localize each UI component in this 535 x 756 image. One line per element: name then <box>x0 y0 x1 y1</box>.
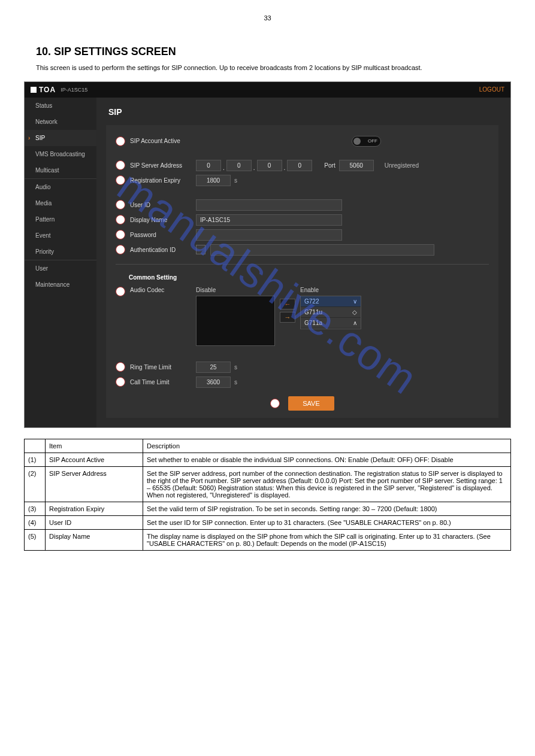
screenshot: TOA IP-A1SC15 LOGOUT Status Network SIP … <box>24 81 511 428</box>
sip-active-toggle[interactable]: OFF <box>352 136 381 147</box>
description-table: Item Description (1) SIP Account Active … <box>24 439 511 551</box>
cell-d4: Set the user ID for SIP connection. Ente… <box>143 515 511 529</box>
sidebar-item-user[interactable]: User <box>25 260 96 277</box>
marker-save <box>270 399 280 408</box>
table-row: (5) Display Name The display name is dis… <box>25 529 511 550</box>
enable-list[interactable]: G722∨ G711u◇ G711a∧ <box>300 296 361 329</box>
sort-icon: ◇ <box>352 309 357 315</box>
chevron-up-icon: ∧ <box>353 320 357 326</box>
model-label: IP-A1SC15 <box>61 87 87 93</box>
unit-s3: s <box>234 379 237 385</box>
sidebar-item-audio[interactable]: Audio <box>25 179 96 195</box>
codec-item-g711u[interactable]: G711u◇ <box>301 307 361 318</box>
enable-label: Enable <box>300 287 361 293</box>
call-input[interactable] <box>196 377 231 388</box>
table-row: (1) SIP Account Active Set whether to en… <box>25 453 511 466</box>
table-row: (3) Registration Expiry Set the valid te… <box>25 502 511 515</box>
sidebar-item-status[interactable]: Status <box>25 98 96 114</box>
cell-i4: User ID <box>46 515 143 529</box>
th-desc: Description <box>143 439 511 453</box>
cell-d3: Set the valid term of SIP registration. … <box>143 502 511 515</box>
unit-s2: s <box>234 364 237 371</box>
cell-n2: (2) <box>25 466 46 502</box>
cell-i2: SIP Server Address <box>46 466 143 502</box>
sidebar-item-sip[interactable]: SIP <box>25 130 96 146</box>
ip-octet-4[interactable] <box>287 160 312 171</box>
cell-d2: Set the SIP server address, port number … <box>143 466 511 502</box>
logout-link[interactable]: LOGOUT <box>479 86 504 93</box>
cell-n3: (3) <box>25 502 46 515</box>
authid-checkbox[interactable] <box>196 245 205 254</box>
marker-7 <box>116 245 125 254</box>
section-body: This screen is used to perform the setti… <box>36 63 499 73</box>
ip-octet-1[interactable] <box>196 160 221 171</box>
sidebar-item-maintenance[interactable]: Maintenance <box>25 277 96 293</box>
sip-active-label: SIP Account Active <box>130 138 196 144</box>
port-input[interactable] <box>339 160 374 171</box>
sidebar: Status Network SIP VMS Broadcasting Mult… <box>25 98 96 427</box>
page-title: SIP <box>108 107 498 117</box>
displayname-input[interactable] <box>196 214 342 226</box>
authid-label: Authentication ID <box>130 247 196 253</box>
marker-4 <box>116 200 125 210</box>
cell-n4: (4) <box>25 515 46 529</box>
chevron-down-icon: ∨ <box>353 298 357 305</box>
cell-i1: SIP Account Active <box>46 453 143 466</box>
cell-i3: Registration Expiry <box>46 502 143 515</box>
marker-8 <box>116 287 125 296</box>
sidebar-item-priority[interactable]: Priority <box>25 244 96 260</box>
reg-expiry-input[interactable] <box>196 175 231 186</box>
brand-logo: TOA <box>31 86 56 94</box>
ring-label: Ring Time Limit <box>130 364 196 371</box>
userid-label: User ID <box>130 202 196 208</box>
sidebar-item-event[interactable]: Event <box>25 227 96 244</box>
codec-label: Audio Codec <box>130 287 196 293</box>
reg-expiry-label: Registration Expiry <box>130 177 196 184</box>
table-row: (4) User ID Set the user ID for SIP conn… <box>25 515 511 529</box>
disable-list[interactable] <box>196 296 275 346</box>
cell-d1: Set whether to enable or disable the ind… <box>143 453 511 466</box>
userid-input[interactable] <box>196 199 342 211</box>
sidebar-item-multicast[interactable]: Multicast <box>25 162 96 178</box>
cell-d5: The display name is displayed on the SIP… <box>143 529 511 550</box>
sidebar-item-media[interactable]: Media <box>25 195 96 211</box>
move-left-button[interactable]: ← <box>280 299 295 309</box>
th-item: Item <box>46 439 143 453</box>
marker-2 <box>116 160 125 170</box>
marker-1 <box>116 136 125 146</box>
common-heading: Common Setting <box>129 274 489 281</box>
authid-input[interactable] <box>210 244 434 256</box>
section-title: 10. SIP SETTINGS SCREEN <box>36 45 499 58</box>
registration-status: Unregistered <box>385 162 419 169</box>
sidebar-item-pattern[interactable]: Pattern <box>25 211 96 227</box>
sidebar-item-vms[interactable]: VMS Broadcasting <box>25 146 96 162</box>
unit-s: s <box>234 177 237 184</box>
marker-3 <box>116 175 125 185</box>
ip-octet-3[interactable] <box>257 160 282 171</box>
codec-item-g711a[interactable]: G711a∧ <box>301 318 361 329</box>
move-right-button[interactable]: → <box>280 312 295 323</box>
marker-10 <box>116 377 125 387</box>
page-number: 33 <box>0 14 535 22</box>
th-num <box>25 439 46 453</box>
password-label: Password <box>130 232 196 238</box>
marker-6 <box>116 230 125 239</box>
port-label: Port <box>324 162 335 169</box>
displayname-label: Display Name <box>130 217 196 223</box>
marker-9 <box>116 362 125 372</box>
server-label: SIP Server Address <box>130 162 196 169</box>
call-label: Call Time Limit <box>130 379 196 385</box>
cell-i5: Display Name <box>46 529 143 550</box>
save-button[interactable]: SAVE <box>288 396 334 411</box>
cell-n1: (1) <box>25 453 46 466</box>
ring-input[interactable] <box>196 362 231 373</box>
marker-5 <box>116 215 125 224</box>
cell-n5: (5) <box>25 529 46 550</box>
password-input[interactable] <box>196 229 342 241</box>
codec-item-g722[interactable]: G722∨ <box>301 296 361 307</box>
ip-octet-2[interactable] <box>226 160 252 171</box>
disable-label: Disable <box>196 287 275 293</box>
sidebar-item-network[interactable]: Network <box>25 114 96 130</box>
table-row: (2) SIP Server Address Set the SIP serve… <box>25 466 511 502</box>
